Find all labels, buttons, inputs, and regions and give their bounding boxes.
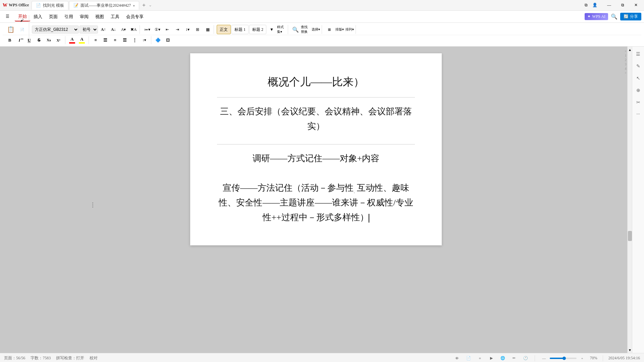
arrange-button[interactable]: 排版▾ (335, 25, 344, 34)
bullet-list-button[interactable]: ≔▾ (143, 25, 152, 34)
subscript-button[interactable]: X₂ (44, 36, 53, 44)
underline-button[interactable]: U (25, 36, 34, 44)
spell-check-status[interactable]: 拼写检查：打开 (56, 355, 84, 361)
style-group: 正文 标题 1 标题 2 ▼ 样式集▾ (215, 25, 288, 34)
align-right-button[interactable]: ≡ (111, 36, 119, 44)
border-button[interactable]: ⊡ (163, 36, 172, 44)
font-name-select[interactable]: 方正仿宋_GB2312 (32, 25, 79, 34)
add-tab-button[interactable]: ＋ (140, 1, 148, 9)
sidebar-cut-icon[interactable]: ✂ (634, 98, 643, 107)
table-button[interactable]: ⊞ (193, 25, 202, 34)
zoom-slider[interactable] (550, 358, 577, 359)
search-menu-icon[interactable]: 🔍 (611, 13, 618, 20)
scroll-up-button[interactable]: ▲ (628, 47, 632, 52)
tab-template[interactable]: 📄 找到光 模板 (32, 1, 68, 10)
text-direction-button[interactable]: ≣ (325, 25, 334, 34)
user-icon[interactable]: 👤 (591, 2, 598, 9)
align-left-button[interactable]: ≡ (91, 36, 100, 44)
tab-list-button[interactable]: ⌄ (149, 3, 152, 8)
font-size-increase-button[interactable]: A↑ (99, 25, 108, 34)
outline-view-button[interactable]: ≡ (476, 355, 484, 362)
line-2: 宣传——方法记住（活动－参与性、互动性、趣味性、安全性——主题讲座——谁来讲－权… (217, 181, 415, 225)
page-top-text: 概况个儿——比来） (217, 73, 415, 90)
line-spacing-row2-button[interactable]: ↕▾ (140, 36, 149, 44)
minimize-button[interactable]: — (604, 2, 614, 9)
tab-doc-label: 面试——事业单位20244#427 (80, 3, 131, 8)
sidebar-select-icon[interactable]: ↖ (634, 73, 643, 83)
bold-button[interactable]: B (5, 36, 14, 44)
pen-tool-button[interactable]: ✏ (511, 355, 518, 362)
shape-fill-button[interactable]: 🔷 (154, 36, 162, 44)
document-page[interactable]: 概况个儿——比来） 三、会后安排（会议纪要、会议精神、会议部署落实） 调研——方… (190, 53, 442, 245)
italic-button[interactable]: I (15, 36, 24, 44)
copy-button[interactable]: 📄 (17, 25, 27, 34)
vertical-scrollbar[interactable]: ▲ ▼ (627, 47, 632, 353)
sidebar-zoom-icon[interactable]: ⊕ (634, 85, 643, 95)
scrollbar-thumb[interactable] (628, 231, 632, 241)
arrange-group: ≣ 排版▾ 排列▾ (323, 25, 356, 34)
clear-format-button[interactable]: ✖A (129, 25, 138, 34)
zoom-in-button[interactable]: + (579, 355, 586, 362)
page-divider (217, 97, 415, 98)
document-area[interactable]: 概况个儿——比来） 三、会后安排（会议纪要、会议精神、会议部署落实） 调研——方… (0, 47, 632, 353)
menu-vip[interactable]: 会员专享 (123, 12, 147, 21)
zoom-out-button[interactable]: — (540, 355, 548, 362)
toolbar-row1: 📋 🖌 📄 ✂ 方正仿宋_GB2312 初号 A↑ A↓ A▾ ✖A ≔ (3, 24, 641, 35)
clock-icon[interactable]: 🕐 (522, 355, 529, 362)
style-heading2[interactable]: 标题 2 (249, 25, 266, 34)
font-color-button[interactable]: A (68, 36, 76, 44)
drag-handle[interactable] (91, 200, 95, 210)
scroll-down-button[interactable]: ▼ (628, 348, 632, 352)
increase-indent-button[interactable]: ⇥ (173, 25, 182, 34)
datetime: 2024/6/05 19:54:16 (608, 356, 640, 361)
justify-button[interactable]: ☰ (120, 36, 129, 44)
paste-button[interactable]: 📋 (5, 23, 17, 36)
maximize-button[interactable]: ⧉ (617, 2, 628, 9)
numbered-list-button[interactable]: ①▾ (153, 25, 162, 34)
superscript-button[interactable]: X² (54, 36, 63, 44)
zoom-level[interactable]: 70% (590, 356, 597, 361)
font-size-decrease-button[interactable]: A↓ (109, 25, 118, 34)
select-button[interactable]: 选择▾ (311, 25, 320, 34)
align-center-button[interactable]: ☰ (101, 36, 110, 44)
insert-table-button[interactable]: ▦ (203, 25, 212, 34)
menu-reference[interactable]: 引用 (61, 12, 76, 21)
style-heading1[interactable]: 标题 1 (231, 25, 249, 34)
proofread-label[interactable]: 校对 (90, 355, 98, 361)
restore-down-icon[interactable]: ⧉ (582, 2, 590, 9)
main-area: 概况个儿——比来） 三、会后安排（会议纪要、会议精神、会议部署落实） 调研——方… (0, 47, 644, 353)
page-view-button[interactable]: 📄 (465, 355, 472, 362)
close-button[interactable]: ✕ (631, 2, 641, 9)
menu-tools[interactable]: 工具 (107, 12, 123, 21)
sidebar-menu-icon[interactable]: ☰ (634, 49, 643, 59)
font-group: 方正仿宋_GB2312 初号 A↑ A↓ A▾ ✖A (31, 25, 140, 34)
eye-view-button[interactable]: 👁 (453, 355, 461, 362)
font-style-button[interactable]: A▾ (119, 25, 128, 34)
search-icon[interactable]: 🔍 (291, 25, 300, 34)
tab-template-label: 找到光 模板 (43, 3, 64, 8)
distributed-button[interactable]: ⋮ (130, 36, 139, 44)
sidebar-pin-icon[interactable]: ✎ (634, 61, 643, 71)
style-normal[interactable]: 正文 (217, 25, 231, 34)
style-settings-button[interactable]: 样式集▾ (277, 25, 286, 34)
globe-icon[interactable]: 🌐 (499, 355, 506, 362)
share-button[interactable]: 🔄分享 (620, 13, 641, 20)
menu-page[interactable]: 页面 (46, 12, 61, 21)
highlight-color-button[interactable]: A (77, 36, 86, 44)
wps-ai-button[interactable]: ✦WPS AI (585, 13, 608, 20)
menu-view[interactable]: 视图 (92, 12, 107, 21)
tab-document[interactable]: 📝 面试——事业单位20244#427 ● (69, 1, 139, 10)
format-painter-button[interactable]: 🖌 (17, 16, 27, 24)
menu-review[interactable]: 审阅 (76, 12, 92, 21)
sidebar-more-icon[interactable]: ··· (634, 110, 643, 119)
line-spacing-button[interactable]: ↕▾ (183, 25, 192, 34)
play-button[interactable]: ▶ (488, 355, 495, 362)
decrease-indent-button[interactable]: ⇤ (163, 25, 172, 34)
find-replace-button[interactable]: 查找替换 (301, 25, 310, 34)
strikethrough-button[interactable]: S̶ (35, 36, 43, 44)
menu-insert[interactable]: 插入 (30, 12, 46, 21)
layout-button[interactable]: 排列▾ (345, 25, 354, 34)
wps-logo: W WPS Office (3, 3, 29, 8)
font-size-select[interactable]: 初号 (79, 25, 98, 34)
more-styles-button[interactable]: ▼ (267, 25, 276, 34)
